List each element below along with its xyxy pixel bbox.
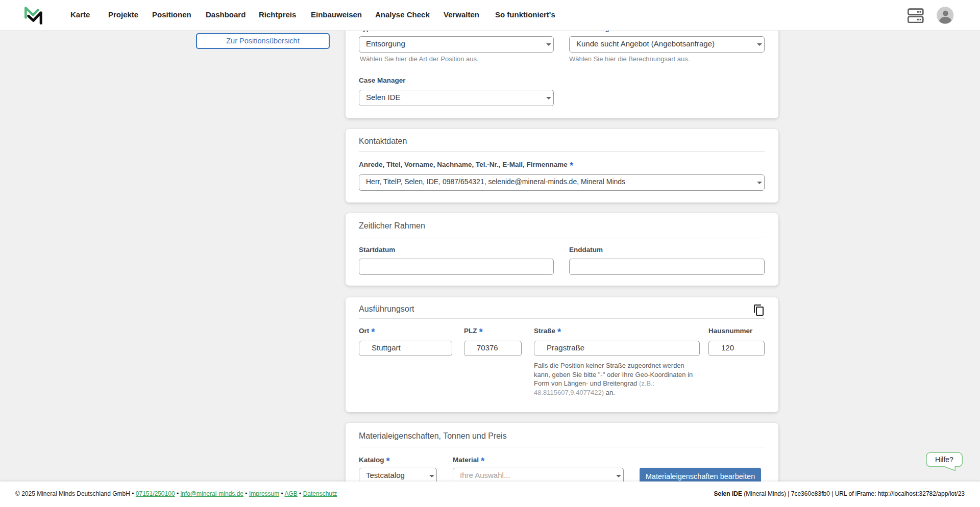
svg-text:Hilfe?: Hilfe? [935, 455, 953, 464]
